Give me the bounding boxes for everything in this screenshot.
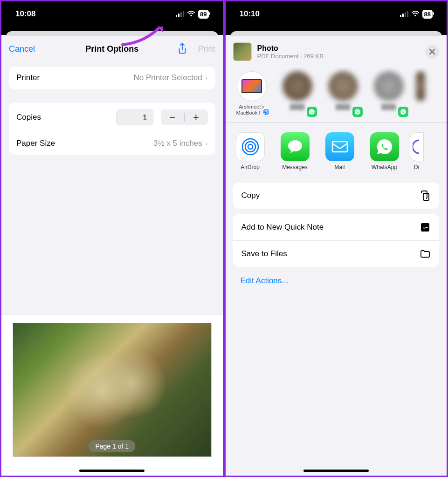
cancel-button[interactable]: Cancel	[9, 44, 35, 54]
mail-icon	[325, 132, 354, 161]
stepper-plus-button[interactable]: +	[185, 109, 208, 125]
share-apps-row[interactable]: AirDrop Messages Mail WhatsApp Di	[226, 123, 447, 180]
app-airdrop[interactable]: AirDrop	[233, 132, 268, 170]
contact-blurred[interactable]: ████	[370, 71, 407, 116]
print-preview[interactable]: Page 1 of 1	[1, 314, 223, 476]
contact-avatar	[283, 71, 312, 101]
printer-group: Printer No Printer Selected›	[9, 67, 215, 89]
page-indicator: Page 1 of 1	[89, 440, 135, 452]
whatsapp-badge-icon	[352, 107, 363, 117]
home-indicator[interactable]	[79, 470, 145, 472]
copies-row: Copies 1 − +	[9, 103, 215, 132]
copy-action-group: Copy	[233, 183, 440, 209]
right-phone-share-sheet: 10:10 88 Photo PDF Document · 269 KB	[224, 0, 448, 477]
status-right: 88	[400, 10, 433, 19]
paper-size-value: 3½ x 5 inches	[153, 139, 202, 148]
app-label: Di	[414, 164, 419, 170]
whatsapp-badge-icon	[398, 107, 408, 117]
partial-app-icon	[410, 132, 424, 161]
printer-row[interactable]: Printer No Printer Selected›	[9, 67, 215, 89]
copies-value[interactable]: 1	[116, 109, 153, 125]
stepper-minus-button[interactable]: −	[161, 109, 184, 125]
chevron-right-icon: ›	[205, 139, 208, 148]
app-mail[interactable]: Mail	[323, 132, 357, 170]
contact-blurred[interactable]: ████	[324, 71, 362, 116]
save-to-files-action[interactable]: Save to Files	[233, 241, 440, 267]
document-title: Photo	[257, 44, 420, 53]
svg-point-1	[264, 110, 268, 114]
copy-label: Copy	[241, 191, 260, 200]
app-label: Messages	[282, 164, 308, 170]
contact-macbook[interactable]: Arshmeet's MacBook Pro	[233, 71, 270, 116]
svg-rect-9	[421, 223, 429, 232]
wifi-icon	[411, 11, 420, 17]
status-time: 10:08	[15, 9, 35, 19]
airdrop-icon	[236, 132, 265, 161]
app-partial[interactable]: Di	[412, 132, 421, 170]
app-label: AirDrop	[241, 164, 260, 170]
home-indicator[interactable]	[303, 470, 369, 472]
document-meta: PDF Document · 269 KB	[257, 53, 420, 60]
paper-size-label: Paper Size	[16, 139, 55, 148]
wifi-icon	[187, 11, 195, 17]
airdrop-contacts-row[interactable]: Arshmeet's MacBook Pro ████ ████ ████	[226, 68, 447, 123]
svg-point-6	[288, 140, 302, 151]
folder-icon	[420, 248, 431, 259]
copy-action[interactable]: Copy	[233, 183, 440, 209]
left-phone-print-options: 10:08 89 Cancel Print Options Print Prin…	[0, 0, 224, 477]
whatsapp-icon	[370, 132, 399, 161]
contact-name-blurred: ████	[381, 104, 396, 110]
edit-actions-button[interactable]: Edit Actions...	[226, 270, 447, 292]
preview-photo	[13, 323, 212, 457]
contact-avatar	[374, 71, 404, 101]
share-icon[interactable]	[177, 42, 187, 55]
status-bar: 10:10 88	[226, 1, 447, 27]
contact-avatar	[328, 71, 358, 101]
svg-rect-8	[423, 193, 429, 200]
copies-label: Copies	[16, 113, 41, 122]
paper-size-row[interactable]: Paper Size 3½ x 5 inches›	[9, 132, 215, 155]
contact-name-blurred: ████	[336, 104, 350, 110]
contact-partial[interactable]	[416, 71, 425, 116]
nav-title: Print Options	[85, 44, 138, 54]
status-right: 89	[176, 10, 208, 19]
svg-point-0	[265, 111, 267, 113]
contact-name-blurred: ████	[290, 104, 304, 110]
sheet-backdrop	[226, 27, 447, 35]
status-bar: 10:08 89	[1, 1, 223, 27]
contact-blurred[interactable]: ████	[279, 71, 316, 116]
print-options-sheet: Cancel Print Options Print Printer No Pr…	[1, 36, 223, 476]
printer-label: Printer	[16, 73, 40, 82]
app-whatsapp[interactable]: WhatsApp	[367, 132, 402, 170]
share-sheet: Photo PDF Document · 269 KB Arshmeet's M…	[226, 36, 447, 476]
app-label: Mail	[334, 164, 345, 170]
save-files-label: Save to Files	[241, 249, 287, 259]
close-icon	[429, 48, 435, 55]
quick-note-icon	[420, 222, 431, 233]
cellular-signal-icon	[400, 11, 408, 17]
print-button[interactable]: Print	[198, 44, 215, 54]
macbook-avatar	[237, 71, 267, 101]
share-header: Photo PDF Document · 269 KB	[226, 36, 447, 68]
messages-icon	[281, 132, 310, 161]
battery-indicator: 89	[198, 10, 208, 19]
app-label: WhatsApp	[372, 164, 397, 170]
close-button[interactable]	[425, 45, 439, 59]
cellular-signal-icon	[176, 11, 184, 17]
quick-note-label: Add to New Quick Note	[241, 223, 324, 232]
nav-bar: Cancel Print Options Print	[1, 36, 223, 62]
battery-indicator: 88	[422, 10, 433, 19]
app-messages[interactable]: Messages	[278, 132, 312, 170]
whatsapp-badge-icon	[307, 107, 317, 117]
quick-note-action[interactable]: Add to New Quick Note	[233, 214, 440, 241]
chevron-right-icon: ›	[205, 73, 208, 82]
more-actions-group: Add to New Quick Note Save to Files	[233, 214, 440, 267]
sheet-backdrop	[1, 27, 223, 35]
copy-icon	[420, 190, 431, 201]
printer-value: No Printer Selected	[133, 73, 202, 82]
print-settings-group: Copies 1 − + Paper Size 3½ x 5 inches›	[9, 103, 215, 155]
airdrop-badge-icon	[261, 107, 271, 117]
svg-point-3	[248, 144, 253, 149]
svg-rect-7	[332, 142, 347, 152]
svg-point-4	[245, 142, 255, 152]
